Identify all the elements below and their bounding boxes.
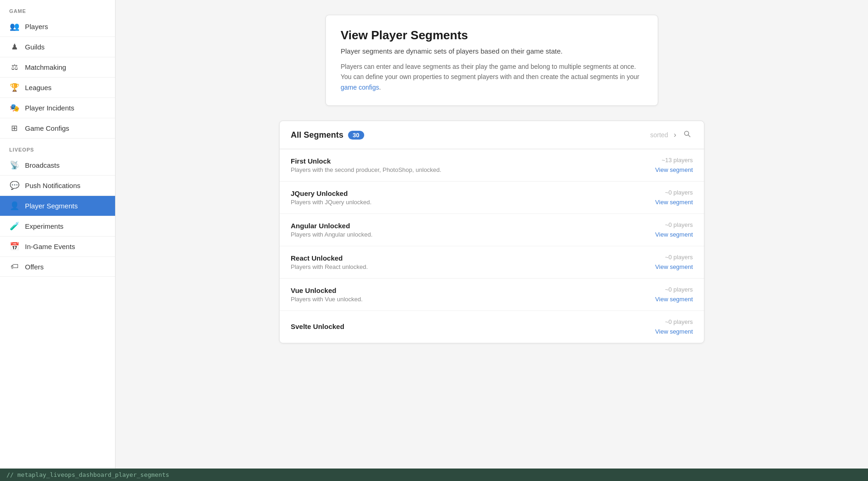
sidebar-label-push-notifications: Push Notifications bbox=[25, 182, 80, 189]
svg-line-1 bbox=[688, 135, 690, 137]
sidebar-label-experiments: Experiments bbox=[25, 222, 63, 230]
sidebar-label-players: Players bbox=[25, 23, 48, 30]
segment-row-0: First Unlock Players with the second pro… bbox=[280, 149, 704, 182]
segments-controls: sorted › bbox=[650, 129, 693, 140]
segment-meta-0: ~13 players View segment bbox=[619, 157, 693, 174]
segment-row-2: Angular Unlocked Players with Angular un… bbox=[280, 214, 704, 246]
segments-title-row: All Segments 30 bbox=[291, 130, 364, 140]
segments-count-badge: 30 bbox=[348, 131, 364, 140]
segment-desc-3: Players with React unlocked. bbox=[291, 263, 619, 270]
view-segment-link-1[interactable]: View segment bbox=[655, 199, 693, 206]
segments-title: All Segments bbox=[291, 130, 343, 140]
sidebar-label-player-incidents: Player Incidents bbox=[25, 104, 74, 112]
offers-icon: 🏷 bbox=[9, 262, 19, 271]
segment-meta-2: ~0 players View segment bbox=[619, 221, 693, 238]
segment-meta-4: ~0 players View segment bbox=[619, 286, 693, 303]
segment-name-4: Vue Unlocked bbox=[291, 286, 619, 294]
search-button[interactable] bbox=[682, 129, 693, 140]
view-segment-link-4[interactable]: View segment bbox=[655, 296, 693, 303]
player-count-5: ~0 players bbox=[619, 318, 693, 325]
player-segments-icon: 👤 bbox=[9, 201, 19, 211]
game-configs-icon: ⊞ bbox=[9, 123, 19, 133]
segments-header: All Segments 30 sorted › bbox=[280, 121, 704, 149]
segment-meta-5: ~0 players View segment bbox=[619, 318, 693, 335]
player-count-0: ~13 players bbox=[619, 157, 693, 164]
segment-desc-1: Players with JQuery unlocked. bbox=[291, 199, 619, 206]
segment-info-0: First Unlock Players with the second pro… bbox=[291, 157, 619, 173]
leagues-icon: 🏆 bbox=[9, 83, 19, 92]
bottom-bar: // metaplay_liveops_dashboard_player_seg… bbox=[0, 469, 868, 481]
segment-row-5: Svelte Unlocked ~0 players View segment bbox=[280, 311, 704, 343]
segment-info-3: React Unlocked Players with React unlock… bbox=[291, 254, 619, 270]
segment-info-1: JQuery Unlocked Players with JQuery unlo… bbox=[291, 189, 619, 206]
info-card-description: Players can enter and leave segments as … bbox=[341, 61, 643, 92]
guilds-icon: ♟ bbox=[9, 42, 19, 52]
broadcasts-icon: 📡 bbox=[9, 160, 19, 170]
view-segment-link-3[interactable]: View segment bbox=[655, 263, 693, 270]
sidebar-item-guilds[interactable]: ♟ Guilds bbox=[0, 37, 115, 57]
sort-label: sorted bbox=[650, 131, 668, 139]
segment-name-2: Angular Unlocked bbox=[291, 222, 619, 230]
segment-info-4: Vue Unlocked Players with Vue unlocked. bbox=[291, 286, 619, 303]
sidebar-item-player-incidents[interactable]: 🎭 Player Incidents bbox=[0, 98, 115, 118]
segment-name-0: First Unlock bbox=[291, 157, 619, 165]
sidebar-label-in-game-events: In-Game Events bbox=[25, 243, 75, 250]
segment-row-3: React Unlocked Players with React unlock… bbox=[280, 246, 704, 279]
sidebar-item-push-notifications[interactable]: 💬 Push Notifications bbox=[0, 176, 115, 196]
segment-row-4: Vue Unlocked Players with Vue unlocked. … bbox=[280, 279, 704, 311]
sidebar-item-in-game-events[interactable]: 📅 In-Game Events bbox=[0, 237, 115, 257]
sidebar-label-player-segments: Player Segments bbox=[25, 202, 78, 210]
info-card-desc-part2: . bbox=[379, 84, 381, 91]
matchmaking-icon: ⚖ bbox=[9, 62, 19, 72]
player-count-1: ~0 players bbox=[619, 189, 693, 196]
segment-desc-4: Players with Vue unlocked. bbox=[291, 296, 619, 303]
players-icon: 👥 bbox=[9, 22, 19, 31]
info-card-subtitle: Player segments are dynamic sets of play… bbox=[341, 47, 643, 55]
sidebar-item-leagues[interactable]: 🏆 Leagues bbox=[0, 78, 115, 98]
sidebar-item-broadcasts[interactable]: 📡 Broadcasts bbox=[0, 155, 115, 176]
segment-meta-3: ~0 players View segment bbox=[619, 254, 693, 271]
segment-meta-1: ~0 players View segment bbox=[619, 189, 693, 206]
sidebar-label-leagues: Leagues bbox=[25, 84, 52, 91]
segment-name-3: React Unlocked bbox=[291, 254, 619, 262]
segment-desc-2: Players with Angular unlocked. bbox=[291, 231, 619, 238]
segments-panel: All Segments 30 sorted › First Unlock Pl… bbox=[279, 121, 704, 343]
bottom-bar-text: // metaplay_liveops_dashboard_player_seg… bbox=[6, 471, 169, 478]
sidebar-item-matchmaking[interactable]: ⚖ Matchmaking bbox=[0, 57, 115, 78]
sort-chevron-button[interactable]: › bbox=[672, 130, 678, 140]
sidebar-item-players[interactable]: 👥 Players bbox=[0, 17, 115, 37]
info-card-desc-part1: Players can enter and leave segments as … bbox=[341, 63, 639, 80]
sidebar-label-game-configs: Game Configs bbox=[25, 124, 69, 132]
sidebar-item-game-configs[interactable]: ⊞ Game Configs bbox=[0, 118, 115, 139]
push-notifications-icon: 💬 bbox=[9, 181, 19, 190]
segment-name-5: Svelte Unlocked bbox=[291, 323, 619, 330]
view-segment-link-2[interactable]: View segment bbox=[655, 231, 693, 238]
view-segment-link-0[interactable]: View segment bbox=[655, 166, 693, 173]
sidebar-item-player-segments[interactable]: 👤 Player Segments bbox=[0, 196, 115, 216]
segments-list: First Unlock Players with the second pro… bbox=[280, 149, 704, 343]
sidebar: Game 👥 Players ♟ Guilds ⚖ Matchmaking 🏆 … bbox=[0, 0, 116, 481]
sidebar-label-broadcasts: Broadcasts bbox=[25, 161, 60, 169]
segment-info-2: Angular Unlocked Players with Angular un… bbox=[291, 222, 619, 238]
sidebar-section-liveops: LiveOps bbox=[0, 139, 115, 155]
sidebar-item-experiments[interactable]: 🧪 Experiments bbox=[0, 216, 115, 237]
game-configs-link[interactable]: game configs bbox=[341, 84, 379, 91]
main-content: View Player Segments Player segments are… bbox=[116, 0, 868, 481]
in-game-events-icon: 📅 bbox=[9, 242, 19, 251]
player-count-4: ~0 players bbox=[619, 286, 693, 293]
info-card: View Player Segments Player segments are… bbox=[325, 15, 658, 106]
player-incidents-icon: 🎭 bbox=[9, 103, 19, 113]
sidebar-label-guilds: Guilds bbox=[25, 43, 45, 51]
view-segment-link-5[interactable]: View segment bbox=[655, 328, 693, 335]
sidebar-label-offers: Offers bbox=[25, 263, 44, 271]
experiments-icon: 🧪 bbox=[9, 221, 19, 231]
sidebar-section-game: Game bbox=[0, 0, 115, 17]
segment-name-1: JQuery Unlocked bbox=[291, 189, 619, 197]
segment-desc-0: Players with the second producer, PhotoS… bbox=[291, 166, 619, 173]
segment-info-5: Svelte Unlocked bbox=[291, 323, 619, 332]
sidebar-item-offers[interactable]: 🏷 Offers bbox=[0, 257, 115, 277]
sidebar-label-matchmaking: Matchmaking bbox=[25, 63, 66, 71]
info-card-title: View Player Segments bbox=[341, 28, 643, 43]
player-count-2: ~0 players bbox=[619, 221, 693, 228]
segment-row-1: JQuery Unlocked Players with JQuery unlo… bbox=[280, 182, 704, 214]
